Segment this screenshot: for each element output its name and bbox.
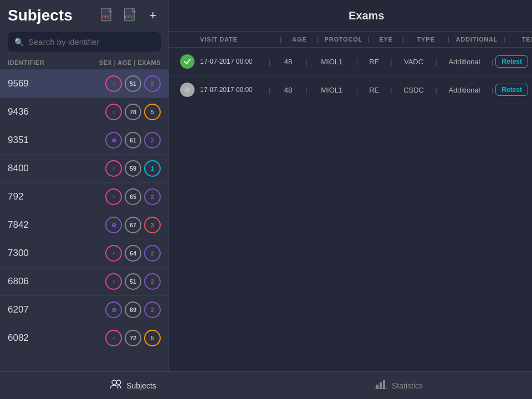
subject-row[interactable]: 6082 ♀ 72 5 [0, 324, 168, 352]
exam-visit-date: 17-07-2017 00:00 [200, 58, 267, 65]
retest-button[interactable]: Retest [495, 84, 528, 96]
age-badge: 69 [125, 301, 141, 318]
exam-status-icon [180, 83, 195, 97]
subject-id: 6207 [8, 304, 105, 315]
main-layout: Subjects PDF CSV + [0, 0, 532, 371]
exam-protocol: MIOL1 [310, 86, 354, 94]
age-badge: 51 [125, 273, 141, 290]
search-input[interactable] [28, 37, 154, 47]
subject-list: 9569 ♀ 51 2 9436 ♀ 78 5 9351 ⊕ 61 2 8400 [0, 70, 168, 371]
svg-point-6 [116, 380, 121, 385]
exam-age: 48 [273, 86, 303, 94]
exam-row[interactable]: 17-07-2017 00:00 | 48 | MIOL1 | RE | VAD… [169, 48, 532, 76]
th-eye: EYE [372, 36, 400, 43]
subject-badges: ♀ 51 2 [105, 273, 161, 290]
subject-row[interactable]: 6806 ♀ 51 2 [0, 268, 168, 296]
exam-type: VADC [395, 58, 433, 66]
svg-rect-9 [383, 380, 385, 388]
subject-row[interactable]: 9351 ⊕ 61 2 [0, 126, 168, 155]
exams-badge: 5 [144, 330, 161, 346]
subject-id: 9436 [8, 106, 105, 117]
th-protocol: PROTOCOL [321, 36, 366, 43]
col-sex-age-exams-header: SEX | AGE | EXAMS [99, 59, 161, 66]
col-identifier-header: IDENTIFIER [8, 59, 99, 66]
sex-badge: ♀ [105, 160, 122, 177]
exams-badge: 2 [144, 132, 161, 149]
exam-list: 17-07-2017 00:00 | 48 | MIOL1 | RE | VAD… [169, 48, 532, 104]
subject-badges: ⊕ 61 2 [105, 132, 161, 149]
age-badge: 59 [125, 160, 141, 177]
subject-id: 6082 [8, 332, 105, 344]
subject-row[interactable]: 792 ♀ 65 2 [0, 183, 168, 211]
content-title: Exams [196, 9, 532, 22]
exams-badge: 2 [144, 245, 161, 262]
exams-badge: 5 [144, 104, 161, 120]
search-box: 🔍 [8, 32, 161, 52]
age-badge: 78 [125, 104, 141, 120]
subject-badges: ⊕ 69 2 [105, 301, 161, 318]
add-subject-button[interactable]: + [145, 8, 161, 23]
svg-rect-7 [376, 385, 378, 388]
search-icon: 🔍 [14, 38, 24, 47]
th-additional: ADDITIONAL [452, 36, 502, 43]
svg-point-5 [112, 380, 116, 385]
exam-eye: RE [360, 86, 388, 94]
doc-pdf-icon[interactable]: PDF [99, 7, 116, 24]
doc-csv-icon[interactable]: CSV [122, 7, 140, 24]
subject-badges: ♀ 51 2 [105, 75, 161, 92]
sex-badge: ♀ [105, 330, 122, 346]
search-container: 🔍 [0, 28, 168, 56]
nav-tab-subjects[interactable]: Subjects [0, 372, 266, 399]
subject-id: 9569 [8, 78, 105, 89]
age-badge: 51 [125, 75, 141, 92]
exam-type: CSDC [395, 86, 433, 94]
sex-badge: ⊕ [105, 217, 122, 233]
exam-eye: RE [360, 58, 388, 66]
exam-additional: Additional [439, 58, 489, 66]
exam-table-header: VISIT DATE | AGE | PROTOCOL | EYE | TYPE… [169, 32, 532, 48]
sex-badge: ♀ [105, 75, 122, 92]
th-test: TEST [508, 36, 532, 43]
subject-row[interactable]: 7300 ♀ 64 2 [0, 239, 168, 268]
exam-additional: Additional [439, 86, 489, 94]
retest-button[interactable]: Retest [495, 55, 528, 68]
exams-badge: 2 [144, 188, 161, 205]
sidebar-title: Subjects [8, 7, 73, 24]
sex-badge: ⊕ [105, 301, 122, 318]
exams-badge: 2 [144, 273, 161, 290]
age-badge: 64 [125, 245, 141, 262]
content-header: Exams + [169, 0, 532, 32]
subject-row[interactable]: 9569 ♀ 51 2 [0, 70, 168, 98]
subject-badges: ♀ 72 5 [105, 330, 161, 346]
subject-row[interactable]: 9436 ♀ 78 5 [0, 98, 168, 126]
column-headers: IDENTIFIER SEX | AGE | EXAMS [0, 56, 168, 70]
subject-id: 7842 [8, 219, 105, 231]
age-badge: 65 [125, 188, 141, 205]
content-area: Exams + VISIT DATE | AGE | PROTOCOL | EY… [169, 0, 532, 371]
exam-protocol: MIOL1 [310, 58, 354, 66]
subject-id: 7300 [8, 248, 105, 259]
age-badge: 72 [125, 330, 141, 346]
subject-badges: ⊕ 67 3 [105, 217, 161, 233]
subject-row[interactable]: 6207 ⊕ 69 2 [0, 296, 168, 324]
exams-badge: 2 [144, 301, 161, 318]
nav-subjects-label: Subjects [126, 381, 156, 390]
exam-age: 48 [273, 58, 303, 66]
subject-badges: ♀ 78 5 [105, 104, 161, 120]
svg-text:PDF: PDF [102, 14, 111, 19]
exam-row[interactable]: 17-07-2017 00:00 | 48 | MIOL1 | RE | CSD… [169, 76, 532, 104]
svg-rect-8 [380, 382, 382, 388]
subject-row[interactable]: 8400 ♀ 59 1 [0, 155, 168, 183]
nav-statistics-label: Statistics [392, 381, 423, 390]
nav-tab-statistics[interactable]: Statistics [266, 372, 532, 399]
sex-badge: ♀ [105, 188, 122, 205]
exams-badge: 1 [144, 160, 161, 177]
subject-row[interactable]: 7842 ⊕ 67 3 [0, 211, 168, 239]
age-badge: 67 [125, 217, 141, 233]
exams-badge: 2 [144, 75, 161, 92]
subjects-icon [110, 379, 122, 392]
subject-badges: ♀ 65 2 [105, 188, 161, 205]
svg-text:CSV: CSV [125, 15, 134, 19]
sidebar-header: Subjects PDF CSV + [0, 0, 168, 28]
svg-point-4 [185, 87, 190, 93]
